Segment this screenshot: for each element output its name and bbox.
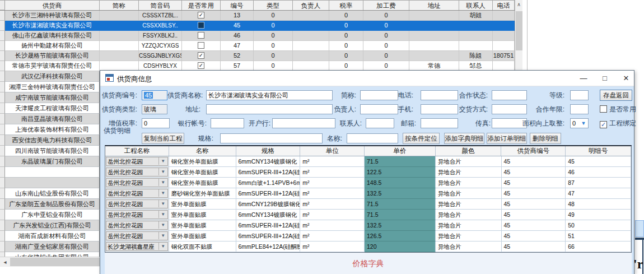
close-button[interactable]: ✕ xyxy=(616,71,636,86)
chevron-down-icon[interactable]: ▼ xyxy=(158,221,167,229)
project-name-combobox[interactable]: 岳州北控花园▼ xyxy=(105,156,169,167)
short-name-field[interactable] xyxy=(360,90,398,100)
grid-column-header[interactable]: 规格 xyxy=(236,146,301,156)
grid-row[interactable]: 岳州北控花园▼钢化室外单面贴膜6mmSUPER-III+12A(硅...m²12… xyxy=(105,167,631,178)
vertical-scrollbar-thumb[interactable] xyxy=(516,11,522,50)
email-field[interactable] xyxy=(421,118,458,128)
chevron-down-icon[interactable]: ▼ xyxy=(158,200,167,207)
column-header[interactable]: 负责人 xyxy=(293,1,329,10)
spec-filter-field[interactable] xyxy=(220,133,323,143)
main-table-vertical-scrollbar[interactable]: ∧ xyxy=(515,0,522,70)
list-item[interactable]: 西安佳吉美电力科技有限公司 xyxy=(0,135,100,146)
copy-project-button[interactable]: 复制当前工程 xyxy=(142,133,184,144)
supplier-type-field[interactable]: 玻璃 xyxy=(142,104,167,114)
table-row[interactable]: 长沙市三湘特种玻璃有限公司CSSSXTZBL..13000胡姐 xyxy=(0,11,522,21)
list-item[interactable]: 广东坚朗五金制品股份有限公司 xyxy=(0,199,100,210)
column-header[interactable]: 联系人 xyxy=(459,1,493,10)
list-item[interactable]: 上海优泰装饰材料有限公司 xyxy=(0,124,100,135)
bank-no-field[interactable] xyxy=(211,118,244,128)
list-item[interactable]: 山东南山铝业股份有限公司 xyxy=(0,188,100,199)
chevron-down-icon[interactable]: ▼ xyxy=(158,211,167,218)
common-use-checkbox[interactable] xyxy=(198,12,204,18)
add-dictionary-detail-button[interactable]: 添加字典明细 xyxy=(444,133,484,144)
common-use-checkbox[interactable] xyxy=(198,62,204,69)
chevron-down-icon[interactable]: ▼ xyxy=(158,243,167,250)
project-binding-checkbox[interactable]: ✓工程绑定 xyxy=(600,118,636,128)
maximize-button[interactable]: □ xyxy=(595,71,615,86)
project-name-combobox[interactable]: 岳州北控花园▼ xyxy=(105,220,169,231)
supplier-no-field[interactable]: 45 xyxy=(142,90,167,100)
column-header[interactable]: 编号 xyxy=(221,1,254,10)
chevron-down-icon[interactable]: ▼ xyxy=(158,168,167,175)
round-up-combobox[interactable]: 0▼ xyxy=(570,118,589,128)
table-row[interactable]: 长沙晟格节能玻璃有限公司CSSGJNBLYXGS52000陈姐180751 xyxy=(0,51,522,61)
save-return-button[interactable]: 存盘返回 xyxy=(600,90,632,101)
scroll-left-icon[interactable]: ◂ xyxy=(1,258,9,266)
coop-years-field[interactable] xyxy=(570,104,589,114)
grid-column-header[interactable]: 单价 xyxy=(365,146,436,156)
project-name-combobox[interactable]: 岳州北控花园▼ xyxy=(105,231,169,242)
grid-column-header[interactable]: 明细号 xyxy=(566,146,631,156)
supplier-name-field[interactable]: 长沙市潇湘玻璃实业有限公司 xyxy=(206,90,333,100)
column-header[interactable]: 税率 xyxy=(329,1,363,10)
list-item[interactable]: 山东华建铝业集团有限公司 xyxy=(0,252,100,257)
project-name-combobox[interactable]: 岳州北控花园▼ xyxy=(105,188,169,199)
list-item[interactable]: 南昌亚晶玻璃有限公司 xyxy=(0,114,100,124)
address-field[interactable] xyxy=(206,104,333,114)
column-header[interactable]: 地址 xyxy=(409,1,459,10)
chevron-down-icon[interactable]: ▼ xyxy=(158,189,167,197)
common-use-checkbox[interactable]: 是否常用 xyxy=(600,104,636,114)
dialog-titlebar[interactable]: 供货商信息 — □ ✕ xyxy=(100,71,634,86)
grade-field[interactable] xyxy=(570,90,589,100)
chevron-down-icon[interactable]: ▼ xyxy=(158,157,167,165)
grid-row[interactable]: 岳州北控花园▼磨砂钢化室外单面贴膜6mmSUPER-III+12A(硅...m²… xyxy=(105,188,631,199)
grid-column-header[interactable]: 颜色 xyxy=(436,146,502,156)
contact-field[interactable] xyxy=(366,118,394,128)
list-item[interactable] xyxy=(0,167,100,178)
chevron-down-icon[interactable]: ▼ xyxy=(158,232,167,239)
grid-row[interactable]: 岳州北控花园▼钢化室外单面贴膜6mm白玻+1.14PVB+6mm...m²148… xyxy=(105,178,631,188)
table-row[interactable]: 扬州中勤建材有限公司YZZQJCYXGS47000 xyxy=(0,41,522,51)
minimize-button[interactable]: — xyxy=(573,71,594,86)
common-use-checkbox[interactable] xyxy=(198,52,204,59)
project-name-combobox[interactable]: 岳州北控花园▼ xyxy=(105,167,169,178)
add-order-detail-button[interactable]: 添加订单明细 xyxy=(487,133,527,144)
list-item[interactable]: 武汉亿泽科技有限公司 xyxy=(0,71,100,82)
grid-row[interactable]: 岳州北控花园▼室外单面贴膜6mmCNY134镀膜钢化m²71.5异地合片4549 xyxy=(105,210,631,220)
grid-column-header[interactable]: 名称 xyxy=(169,146,236,156)
chevron-down-icon[interactable]: ▼ xyxy=(158,179,167,186)
list-item[interactable]: 咸宁南玻节能玻璃有限公司 xyxy=(0,92,100,103)
list-item[interactable]: 湖南百成新材料有限公司 xyxy=(0,231,100,242)
grid-row[interactable]: 岳州北控花园▼室外单面贴膜6mmSUPER-III+12A(硅...m²132.… xyxy=(105,220,631,231)
column-header[interactable]: 是否常用 xyxy=(182,1,221,10)
column-header[interactable]: 简称 xyxy=(100,1,139,10)
common-use-checkbox[interactable] xyxy=(198,22,204,29)
list-item[interactable]: 广东兴发铝业(江西)有限公司 xyxy=(0,220,100,231)
grid-row[interactable]: 岳州北控花园▼室外单面贴膜6mmSUPER-III+12A(硅...m²126.… xyxy=(105,231,631,242)
column-header[interactable]: 简音码 xyxy=(139,1,182,10)
grid-column-header[interactable]: 工程名称 xyxy=(105,146,169,156)
project-name-combobox[interactable]: 岳州北控花园▼ xyxy=(105,210,169,220)
common-use-checkbox[interactable] xyxy=(198,42,204,49)
chevron-down-icon[interactable]: ▼ xyxy=(580,119,587,128)
project-name-combobox[interactable]: 岳州北控花园▼ xyxy=(105,199,169,210)
vat-field[interactable]: 0 xyxy=(142,118,170,128)
grid-row[interactable]: 岳州北控花园▼室外单面贴膜6mmCNY129B镀膜钢化m²71.5异地合片454… xyxy=(105,199,631,210)
column-header[interactable]: 电话 xyxy=(493,1,515,10)
column-header[interactable]: 加工费 xyxy=(363,1,409,10)
locate-by-condition-button[interactable]: 按条件定位 xyxy=(403,133,440,144)
delivery-field[interactable] xyxy=(492,104,527,114)
scroll-up-icon[interactable]: ∧ xyxy=(515,0,522,9)
list-item[interactable]: 广东中亚铝业有限公司 xyxy=(0,210,100,220)
grid-row[interactable]: 长沙龙湖祺鑫星座▼钢化双面不贴膜6mmPLE84+12A(硅酮胶...m²120… xyxy=(105,242,631,252)
grid-row[interactable]: 岳州北控花园▼钢化室外单面贴膜6mmCNY134镀膜钢化m²71.5异地合片45… xyxy=(105,156,631,167)
list-item[interactable]: 天津耀皮工程玻璃有限公司 xyxy=(0,103,100,114)
horizontal-scrollbar-thumb[interactable] xyxy=(10,258,100,266)
table-row[interactable]: 长沙市潇湘玻璃实业有限公司CSSXXBLSY..45000 xyxy=(0,21,522,31)
delete-detail-button[interactable]: 删除明细 xyxy=(530,133,561,144)
common-use-checkbox[interactable] xyxy=(198,32,204,39)
list-item[interactable]: 四川南玻节能玻璃有限公司 xyxy=(0,146,100,156)
list-item[interactable]: 东晶玻璃厦门有限公司 xyxy=(0,156,100,167)
column-header[interactable]: 供货商 xyxy=(5,1,100,10)
bank-field[interactable] xyxy=(272,118,335,128)
